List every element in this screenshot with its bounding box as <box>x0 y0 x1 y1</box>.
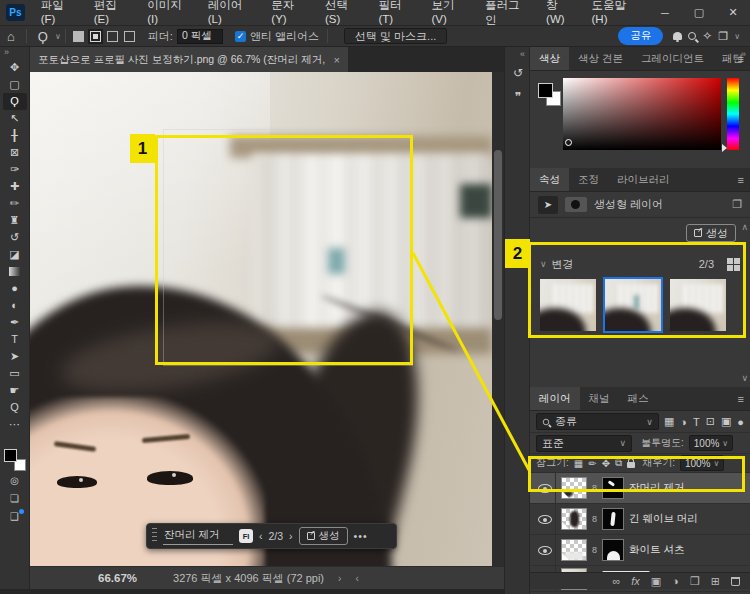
lock-transparency-icon[interactable]: ▦ <box>574 458 583 469</box>
zoom-tool[interactable]: Q <box>3 399 27 416</box>
select-and-mask-button[interactable]: 선택 및 마스크... <box>344 28 447 44</box>
subtract-selection-icon[interactable] <box>107 31 118 42</box>
healing-brush-tool[interactable]: ✚ <box>3 178 27 195</box>
blend-mode-select[interactable]: 표준 ∨ <box>536 435 632 452</box>
search-icon[interactable] <box>688 32 696 40</box>
hue-slider[interactable] <box>727 78 739 150</box>
eyedropper-tool[interactable]: ✑ <box>3 161 27 178</box>
canvas-scrollbar[interactable] <box>492 72 504 566</box>
tab-libraries[interactable]: 라이브러리 <box>608 168 679 191</box>
lock-position-icon[interactable]: ✥ <box>602 458 610 469</box>
visibility-toggle[interactable] <box>534 535 556 565</box>
prompt-input[interactable]: 잔머리 제거 <box>163 528 233 545</box>
layer-row-long-wave-hair[interactable]: 8 긴 웨이브 머리 <box>530 504 750 535</box>
discover-lightbulb-icon[interactable]: ✧ <box>702 29 712 43</box>
hand-tool[interactable]: ☛ <box>3 382 27 399</box>
filter-smart-object-icon[interactable]: ▣ <box>721 415 731 428</box>
home-icon[interactable]: ⌂ <box>0 30 22 43</box>
tab-close-icon[interactable]: × <box>334 54 340 66</box>
gradient-tool[interactable] <box>3 263 27 280</box>
minimize-button[interactable]: ─ <box>648 1 682 25</box>
tab-layers[interactable]: 레이어 <box>530 387 580 410</box>
maximize-button[interactable]: ▢ <box>682 1 716 25</box>
layer-mask-thumbnail[interactable] <box>602 539 624 561</box>
mask-link-icon[interactable]: 8 <box>592 545 597 555</box>
delete-layer-icon[interactable] <box>731 577 740 586</box>
lasso-tool[interactable]: Ϙ <box>3 93 27 110</box>
layer-mask-thumbnail[interactable] <box>602 508 624 530</box>
canvas[interactable] <box>30 72 492 566</box>
tab-adjustments[interactable]: 조정 <box>569 168 608 191</box>
generate-button[interactable]: 생성 <box>299 527 348 545</box>
new-layer-icon[interactable]: ⊞ <box>711 576 720 587</box>
layer-style-fx-icon[interactable]: fx <box>631 576 640 587</box>
foreground-color-swatch[interactable] <box>538 83 553 98</box>
chevron-down-icon[interactable]: ∨ <box>734 32 740 41</box>
scroll-down-icon[interactable]: ∨ <box>741 373 748 383</box>
fill-value[interactable]: 100% ∨ <box>680 455 724 471</box>
foreground-color-swatch[interactable] <box>4 449 17 462</box>
adjustment-layer-icon[interactable]: ◑ <box>672 576 679 587</box>
zoom-level[interactable]: 66.67% <box>98 572 137 584</box>
collapse-dock-icon[interactable]: » <box>741 49 746 59</box>
chevron-down-icon[interactable]: ∨ <box>540 259 547 269</box>
close-button[interactable]: ✕ <box>716 1 750 25</box>
object-selection-tool[interactable]: ↖ <box>3 110 27 127</box>
add-mask-icon[interactable]: ▣ <box>651 576 661 587</box>
lock-artboard-icon[interactable]: ⧉ <box>615 457 622 469</box>
chevron-down-icon[interactable]: ∨ <box>55 32 61 41</box>
lasso-tool-icon[interactable]: Ϙ <box>31 30 55 43</box>
filter-type-icon[interactable]: T <box>693 416 700 428</box>
frame-tool[interactable]: ⊠ <box>3 144 27 161</box>
more-tools-icon[interactable]: ⋯ <box>3 416 27 433</box>
color-swatch-pair[interactable] <box>538 83 564 109</box>
layer-thumbnail[interactable] <box>561 477 587 499</box>
mask-link-icon[interactable]: 8 <box>592 483 597 493</box>
layer-thumbnail[interactable] <box>561 508 587 530</box>
color-swatches[interactable] <box>4 449 26 471</box>
feather-input[interactable]: 0 픽셀 <box>177 29 223 44</box>
comments-panel-icon[interactable]: ❞ <box>505 85 531 109</box>
move-tool[interactable]: ✥ <box>3 59 27 76</box>
opacity-value[interactable]: 100% ∨ <box>689 435 733 451</box>
layer-row-white-shirt[interactable]: 8 화이트 셔츠 <box>530 535 750 566</box>
clone-stamp-tool[interactable]: ♜ <box>3 212 27 229</box>
scroll-up-icon[interactable]: ∧ <box>741 222 748 232</box>
new-group-icon[interactable]: ❒ <box>690 576 700 587</box>
visibility-toggle[interactable] <box>534 504 556 534</box>
tab-channels[interactable]: 채널 <box>580 387 619 410</box>
shape-tool[interactable]: ▭ <box>3 365 27 382</box>
next-variation-button[interactable]: › <box>289 530 293 542</box>
quick-mask-icon[interactable]: ◎ <box>3 471 27 489</box>
tab-paths[interactable]: 패스 <box>619 387 658 410</box>
new-selection-icon[interactable] <box>73 31 84 42</box>
link-layers-icon[interactable]: ∞ <box>612 576 620 587</box>
layer-thumbnail[interactable] <box>561 539 587 561</box>
filter-frame-icon[interactable]: ⊡ <box>706 415 715 428</box>
color-field[interactable] <box>563 78 721 150</box>
layer-row-stray-hair-removal[interactable]: 8 잔머리 제거 <box>530 473 750 504</box>
drag-handle-icon[interactable] <box>152 528 157 544</box>
panel-menu-icon[interactable]: ≡ <box>738 174 744 186</box>
variation-thumbnail-3[interactable] <box>670 279 726 331</box>
visibility-toggle[interactable] <box>534 473 556 503</box>
panel-menu-icon[interactable]: ≡ <box>738 393 744 405</box>
dodge-tool[interactable]: ◐ <box>3 297 27 314</box>
workspace-switcher-icon[interactable]: ❐ <box>718 30 728 43</box>
type-tool[interactable]: T <box>3 331 27 348</box>
tab-gradients[interactable]: 그레이디언트 <box>632 47 713 70</box>
scrollbar-thumb[interactable] <box>494 150 502 320</box>
filter-adjustment-icon[interactable]: ◑ <box>680 416 687 428</box>
layer-name[interactable]: 잔머리 제거 <box>629 481 684 495</box>
add-selection-icon[interactable] <box>90 31 101 42</box>
contextual-taskbar[interactable]: 잔머리 제거 FI ‹ 2/3 › 생성 ••• <box>146 523 397 549</box>
crop-tool[interactable]: ╂ <box>3 127 27 144</box>
status-next-icon[interactable]: › <box>338 573 341 584</box>
filter-toggle-pin-icon[interactable]: ● <box>737 416 744 428</box>
history-brush-tool[interactable]: ↺ <box>3 229 27 246</box>
document-tab[interactable]: 포토샵으로 프로필 사진 보정하기.png @ 66.7% (잔머리 제거, R… <box>30 47 348 72</box>
more-options-icon[interactable]: ••• <box>354 530 368 542</box>
grid-view-icon[interactable] <box>727 258 740 271</box>
lock-pixels-icon[interactable]: ✏ <box>588 458 596 469</box>
collapse-panels-icon[interactable]: « <box>505 47 529 61</box>
